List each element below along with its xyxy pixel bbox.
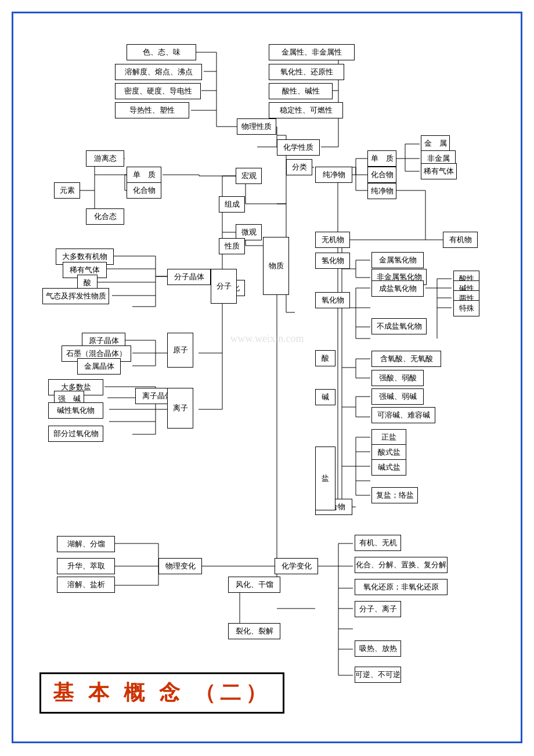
yuanzi-node-box: 原子 bbox=[167, 333, 193, 368]
jianshiyan-box: 碱式盐 bbox=[371, 459, 406, 476]
hongguan-box: 宏观 bbox=[236, 168, 262, 184]
midu-box: 密度、硬度、导电性 bbox=[115, 83, 201, 99]
watermark: www.weixin.com bbox=[230, 333, 304, 345]
lizi-node-box: 离子 bbox=[167, 388, 193, 429]
jinshuqinghuawu-box: 金属氢化物 bbox=[371, 252, 424, 268]
wulibianhua-box: 物理变化 bbox=[158, 558, 202, 574]
han-suan-box: 含氧酸、无氧酸 bbox=[371, 351, 441, 367]
jinshu-pure-box: 金 属 bbox=[421, 135, 450, 152]
xire-box: 吸热、放热 bbox=[355, 640, 401, 657]
buchengyan-box: 不成盐氧化物 bbox=[371, 318, 427, 334]
shenghua-box: 升华、萃取 bbox=[57, 558, 115, 574]
qinghuawu-box: 氢化物 bbox=[315, 253, 350, 269]
xingzhi-box: 性质 bbox=[219, 238, 245, 254]
dan-zhi-pure-box: 单 质 bbox=[367, 150, 396, 167]
suan-box: 酸 bbox=[315, 350, 335, 366]
keni-box: 可逆、不可逆 bbox=[355, 667, 401, 683]
jianxingyanghuawu-box: 碱性氧化物 bbox=[48, 402, 103, 419]
huafen-box: 化合、分解、置换、复分解 bbox=[355, 557, 448, 573]
jinshuxing-box: 金属性、非金属性 bbox=[269, 44, 355, 60]
wendingxing-box: 稳定性、可燃性 bbox=[269, 102, 343, 118]
yuansu-box: 元素 bbox=[54, 182, 80, 199]
teshu-oxide-box: 特殊 bbox=[453, 300, 479, 316]
chaojie-box: 湖解、分馏 bbox=[57, 536, 115, 552]
yanghuaxing-box: 氧化性、还原性 bbox=[269, 64, 344, 80]
huaxuebianhua-box: 化学变化 bbox=[275, 558, 318, 574]
wujiwu-box: 无机物 bbox=[315, 232, 350, 248]
title-box: 基 本 概 念 （二） bbox=[39, 672, 284, 714]
qiangjian-box: 强碱、弱碱 bbox=[371, 388, 424, 405]
kerongjian-box: 可溶碱、难容碱 bbox=[371, 407, 435, 423]
jinshujingshu-box: 金属晶体 bbox=[77, 358, 121, 375]
wulixingzhi-box: 物理性质 bbox=[237, 118, 276, 135]
fuyan-box: 复盐；络盐 bbox=[371, 487, 418, 503]
rongjieduliandian-box: 溶解度、熔点、沸点 bbox=[115, 64, 202, 80]
fenghua-box: 风化、干馏 bbox=[228, 577, 280, 593]
suanxing-box: 酸性、碱性 bbox=[269, 83, 333, 99]
main-border: 色、态、味 溶解度、熔点、沸点 密度、硬度、导电性 导热性、塑性 物理性质 金属… bbox=[12, 12, 522, 743]
daore-box: 导热性、塑性 bbox=[115, 102, 189, 118]
huahewu-elem-box: 化合物 bbox=[127, 182, 161, 199]
youjiwu-box: 有机物 bbox=[443, 232, 478, 248]
rongjie-box: 溶解、盐析 bbox=[57, 577, 115, 593]
jian-box: 碱 bbox=[315, 389, 335, 405]
qitai-box: 气态及挥发性物质 bbox=[42, 288, 109, 304]
fenzi-node-box: 分子 bbox=[211, 269, 237, 304]
se-tai-wei-box: 色、态、味 bbox=[127, 44, 196, 60]
zhengyan-box: 正盐 bbox=[371, 429, 406, 445]
wuzhi-box: 物质 bbox=[263, 237, 289, 295]
shiyangyan-box: 酸式盐 bbox=[371, 444, 406, 460]
qiangsuan-box: 强酸、弱酸 bbox=[371, 370, 424, 386]
youji-wuji-box: 有机、无机 bbox=[355, 535, 401, 551]
dan-zhi-top-box: 单 质 bbox=[127, 167, 161, 183]
fenzilizi-box: 分子、离子 bbox=[355, 601, 401, 617]
bufenguoyanghuawu-box: 部分过氧化物 bbox=[48, 426, 103, 442]
huahetai-box: 化合态 bbox=[86, 208, 124, 225]
diagram: 色、态、味 溶解度、熔点、沸点 密度、硬度、导电性 导热性、塑性 物理性质 金属… bbox=[19, 19, 515, 658]
yanghua-box: 氧化还原；非氧化还原 bbox=[355, 579, 448, 595]
xiyouqiti-pure-box: 稀有气体 bbox=[421, 163, 457, 179]
huahewu-pure-box: 化合物 bbox=[367, 167, 396, 183]
fenzi-jingshu-box: 分子晶体 bbox=[167, 269, 211, 285]
fenlei-box: 分类 bbox=[286, 159, 312, 175]
huaxuexingzhi-box: 化学性质 bbox=[277, 139, 320, 156]
page-title: 基 本 概 念 （二） bbox=[53, 681, 271, 704]
yanghuawu-box: 氧化物 bbox=[315, 292, 350, 308]
chunjingwu2-box: 纯净物 bbox=[367, 183, 396, 199]
chengyan-box: 成盐氧化物 bbox=[371, 280, 424, 297]
chunjingwu-box: 纯净物 bbox=[315, 167, 352, 183]
youliontai-box: 游离态 bbox=[86, 150, 124, 167]
zucheng-box: 组成 bbox=[219, 196, 245, 213]
title-section: 基 本 概 念 （二） bbox=[19, 664, 515, 722]
yan-box: 盐 bbox=[315, 447, 335, 510]
liehua-box: 裂化、裂解 bbox=[228, 623, 280, 639]
